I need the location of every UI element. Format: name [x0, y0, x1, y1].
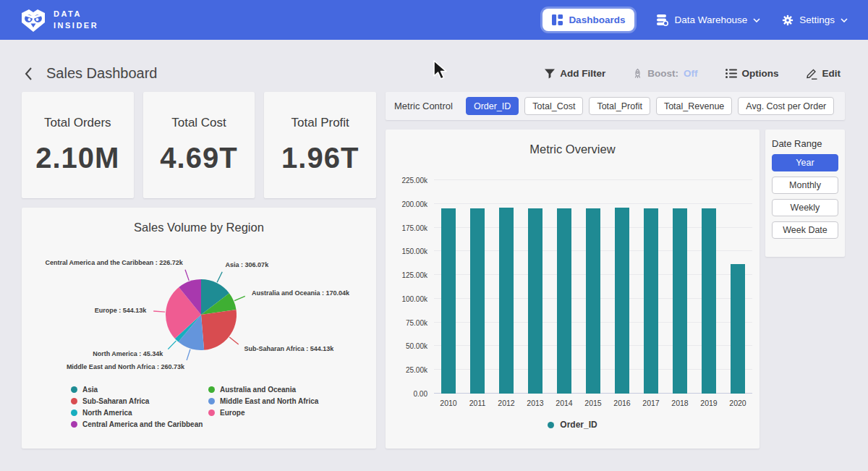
date-range-button-monthly[interactable]: Monthly [772, 177, 838, 194]
logo-line-2: INSIDER [54, 20, 98, 32]
pie-legend-item-asia[interactable]: Asia [71, 386, 203, 394]
bar-2011[interactable] [470, 208, 485, 394]
bar-2019[interactable] [702, 208, 716, 394]
bar-2016[interactable] [615, 208, 629, 394]
pie-legend-item-europe[interactable]: Europe [208, 409, 318, 417]
pie-slice-sub-saharan-africa[interactable] [201, 310, 237, 350]
boost-toggle[interactable]: Boost: Off [629, 67, 702, 80]
dashboards-button[interactable]: Dashboards [542, 9, 634, 31]
metric-button-avg-cost-per-order[interactable]: Avg. Cost per Order [738, 97, 834, 115]
legend-dot [71, 410, 77, 416]
pie-legend-item-australia-and-oceania[interactable]: Australia and Oceania [208, 386, 318, 394]
pie-leader-line [234, 296, 245, 300]
dashboard-grid-icon [552, 14, 563, 25]
metric-button-total-cost[interactable]: Total_Cost [524, 97, 583, 115]
legend-label: Central America and the Caribbean [82, 420, 203, 428]
y-tick-label: 175.00k [401, 224, 427, 232]
bar-2012[interactable] [499, 208, 514, 394]
pie-label-central-america-and-the-caribbean: Central America and the Caribbean : 226.… [45, 259, 183, 266]
pie-leader-line [153, 311, 165, 312]
app-logo[interactable]: DATA INSIDER [20, 8, 98, 33]
y-tick-label: 150.00k [401, 247, 427, 255]
legend-dot [71, 386, 77, 393]
y-tick-label: 100.00k [401, 294, 427, 302]
bar-column-2011: 2011 [463, 180, 492, 394]
metric-button-order-id[interactable]: Order_ID [466, 97, 519, 115]
pie-leader-line [187, 349, 190, 360]
bar-2020[interactable] [731, 264, 745, 394]
legend-label: Europe [220, 409, 244, 417]
x-tick-label: 2015 [584, 399, 601, 407]
pie-leader-line [185, 270, 189, 281]
legend-label: Middle East and North Africa [220, 397, 318, 405]
pie-legend-item-north-america[interactable]: North America [71, 409, 203, 417]
gear-icon [782, 14, 793, 26]
legend-label: Australia and Oceania [220, 386, 296, 394]
bar-2017[interactable] [644, 208, 658, 394]
y-tick-label: 75.00k [406, 318, 427, 326]
sales-volume-card: Sales Volume by Region Asia : 306.07kAus… [22, 208, 376, 449]
navbar-menu: Dashboards Data Warehouse [542, 9, 848, 31]
bar-2013[interactable] [528, 208, 542, 394]
add-filter-button[interactable]: Add Filter [540, 67, 610, 80]
chevron-left-icon [23, 67, 33, 81]
bar-column-2019: 2019 [694, 180, 723, 394]
metric-control-buttons: Order_IDTotal_CostTotal_ProfitTotal_Reve… [466, 97, 834, 115]
bar-column-2016: 2016 [608, 180, 637, 394]
page-title: Sales Dashboard [46, 65, 157, 82]
kpi-card-total-cost: Total Cost4.69T [143, 92, 255, 198]
date-range-button-year[interactable]: Year [772, 154, 838, 171]
bar-2014[interactable] [557, 208, 571, 394]
add-filter-label: Add Filter [560, 68, 605, 79]
bars-container: 2010201120122013201420152016201720182019… [434, 180, 752, 394]
x-tick-label: 2020 [729, 399, 746, 407]
top-navbar: DATA INSIDER Dashboards Data Warehouse [0, 0, 868, 40]
x-tick-label: 2018 [671, 399, 688, 407]
bar-2015[interactable] [586, 208, 600, 394]
bar-2010[interactable] [441, 208, 456, 394]
options-label: Options [742, 68, 779, 79]
bar-column-2015: 2015 [579, 180, 608, 394]
chevron-down-icon [841, 18, 848, 22]
legend-dot [208, 398, 215, 404]
y-tick-label: 25.00k [406, 366, 427, 374]
date-range-button-weekly[interactable]: Weekly [772, 199, 838, 216]
bar-chart-legend[interactable]: Order_ID [386, 420, 760, 430]
back-button[interactable] [20, 67, 36, 81]
data-warehouse-menu[interactable]: Data Warehouse [656, 14, 760, 26]
edit-button[interactable]: Edit [802, 67, 846, 80]
kpi-value: 2.10M [35, 142, 119, 174]
metric-button-total-revenue[interactable]: Total_Revenue [656, 97, 732, 115]
chevron-down-icon [753, 18, 760, 22]
legend-dot [71, 398, 77, 404]
kpi-card-total-profit: Total Profit1.96T [264, 92, 376, 198]
database-icon [656, 14, 668, 26]
metric-button-total-profit[interactable]: Total_Profit [589, 97, 650, 115]
pie-legend-item-sub-saharan-africa[interactable]: Sub-Saharan Africa [71, 397, 203, 405]
bar-column-2020: 2020 [723, 180, 752, 394]
bar-column-2010: 2010 [434, 180, 463, 394]
x-tick-label: 2011 [469, 399, 486, 407]
pie-legend-item-central-america-and-the-caribbean[interactable]: Central America and the Caribbean [71, 420, 203, 428]
y-tick-label: 0.00 [414, 390, 427, 398]
metric-overview-card: Metric Overview 0.0025.00k50.00k75.00k10… [386, 130, 760, 449]
bar-2018[interactable] [673, 208, 687, 394]
options-button[interactable]: Options [721, 67, 783, 80]
x-tick-label: 2019 [700, 399, 717, 407]
date-range-button-week-date[interactable]: Week Date [772, 221, 838, 239]
x-tick-label: 2013 [527, 399, 543, 407]
kpi-label: Total Profit [292, 116, 349, 130]
edit-label: Edit [822, 68, 841, 79]
y-tick-label: 225.00k [401, 177, 427, 184]
settings-menu[interactable]: Settings [782, 14, 848, 26]
filter-funnel-icon [545, 69, 555, 79]
kpi-value: 1.96T [281, 142, 359, 174]
x-tick-label: 2010 [440, 399, 456, 407]
legend-label: Asia [82, 386, 98, 394]
pie-leader-line [168, 341, 176, 349]
legend-dot [548, 422, 554, 428]
rocket-icon [633, 68, 642, 80]
pie-label-north-america: North America : 45.34k [93, 350, 163, 357]
y-tick-label: 50.00k [406, 342, 427, 350]
pie-legend-item-middle-east-and-north-africa[interactable]: Middle East and North Africa [208, 397, 318, 405]
